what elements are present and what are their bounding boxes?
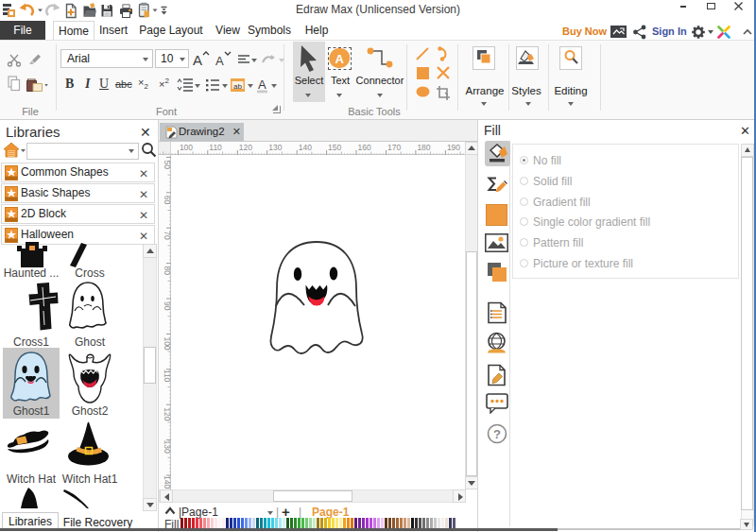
- svg-text:140: 140: [163, 475, 171, 489]
- svg-text:130: 130: [268, 143, 282, 152]
- svg-text:120: 120: [163, 407, 171, 420]
- svg-text:?: ?: [493, 427, 501, 441]
- svg-text:120: 120: [239, 143, 252, 152]
- svg-text:180: 180: [417, 143, 430, 152]
- svg-text:190: 190: [447, 143, 460, 152]
- svg-text:50: 50: [163, 160, 171, 169]
- svg-text:100: 100: [180, 143, 193, 152]
- svg-text:A: A: [215, 54, 224, 68]
- svg-text:90: 90: [163, 301, 171, 311]
- svg-text:A: A: [258, 77, 266, 92]
- svg-text:A: A: [335, 52, 345, 66]
- svg-text:130: 130: [163, 440, 171, 454]
- svg-text:100: 100: [163, 336, 171, 350]
- svg-text:110: 110: [163, 369, 171, 383]
- svg-text:ab: ab: [233, 82, 242, 91]
- svg-text:150: 150: [328, 143, 341, 152]
- svg-text:80: 80: [163, 266, 171, 276]
- svg-text:110: 110: [209, 143, 222, 152]
- svg-text:170: 170: [387, 143, 401, 152]
- svg-text:160: 160: [358, 143, 371, 152]
- svg-text:60: 60: [163, 196, 171, 205]
- svg-text:70: 70: [163, 231, 171, 240]
- svg-text:140: 140: [299, 143, 312, 152]
- svg-text:A: A: [193, 52, 202, 68]
